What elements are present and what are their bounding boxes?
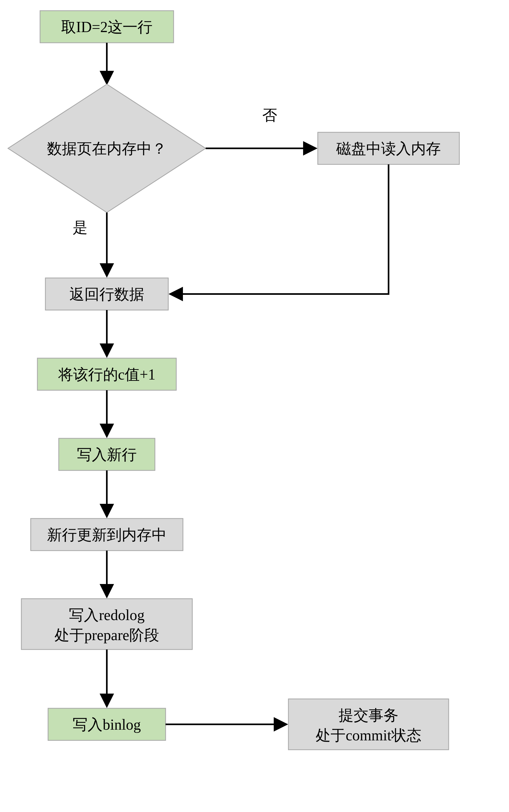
node-write-redolog: 写入redolog 处于prepare阶段 — [21, 599, 192, 650]
node-write-new-row-label: 写入新行 — [77, 446, 137, 463]
node-read-from-disk: 磁盘中读入内存 — [318, 132, 459, 164]
node-write-redolog-line1: 写入redolog — [69, 607, 144, 623]
node-update-memory-label: 新行更新到内存中 — [47, 527, 167, 543]
node-write-binlog: 写入binlog — [48, 708, 166, 740]
node-get-row-label: 取ID=2这一行 — [61, 19, 153, 35]
node-write-redolog-line2: 处于prepare阶段 — [55, 627, 159, 643]
edge-n3-n4 — [171, 164, 388, 294]
node-page-in-memory: 数据页在内存中？ — [8, 84, 206, 213]
node-increment-c-label: 将该行的c值+1 — [58, 366, 156, 383]
node-commit: 提交事务 处于commit状态 — [289, 699, 449, 750]
node-return-row-label: 返回行数据 — [69, 286, 144, 303]
node-commit-line1: 提交事务 — [339, 707, 399, 723]
edge-label-yes: 是 — [73, 219, 88, 236]
node-commit-line2: 处于commit状态 — [316, 727, 421, 744]
node-get-row: 取ID=2这一行 — [40, 11, 174, 43]
edge-label-no: 否 — [262, 107, 277, 123]
node-increment-c: 将该行的c值+1 — [37, 358, 176, 390]
node-write-new-row: 写入新行 — [59, 438, 155, 470]
node-write-binlog-label: 写入binlog — [73, 716, 141, 733]
node-read-from-disk-label: 磁盘中读入内存 — [336, 140, 441, 157]
node-return-row: 返回行数据 — [45, 278, 168, 310]
flowchart-canvas: 取ID=2这一行 数据页在内存中？ 否 磁盘中读入内存 是 返回行数据 将该行的… — [0, 0, 509, 812]
node-page-in-memory-label: 数据页在内存中？ — [47, 140, 167, 157]
node-update-memory: 新行更新到内存中 — [31, 519, 183, 551]
